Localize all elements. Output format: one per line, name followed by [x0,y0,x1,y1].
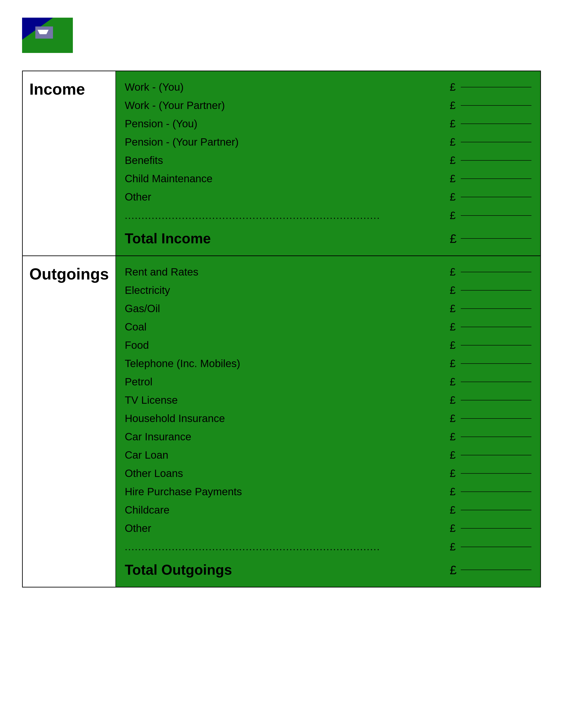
outgoings-item-line [461,308,531,309]
list-item: Other £ [125,519,531,537]
income-item-line [461,178,531,179]
outgoings-item-line [461,345,531,345]
outgoings-item-label: Car Loan [125,449,450,461]
outgoings-content-cell: Rent and Rates £ Electricity £ Gas/Oil £… [116,256,541,587]
outgoings-item-currency: £ [450,504,459,516]
list-item: Hire Purchase Payments £ [125,482,531,501]
outgoings-item-currency: £ [450,522,459,534]
outgoings-item-label: Electricity [125,284,450,296]
income-item-currency: £ [450,191,459,203]
outgoings-item-currency: £ [450,449,459,461]
income-item-currency: £ [450,99,459,111]
list-item: Pension - (You) £ [125,114,531,133]
income-dotted-line [461,215,531,216]
outgoings-item-label: Gas/Oil [125,302,450,315]
list-item: Food £ [125,336,531,354]
outgoings-item-label: Hire Purchase Payments [125,486,450,498]
outgoings-item-currency: £ [450,486,459,498]
outgoings-item-line [461,382,531,382]
income-item-currency: £ [450,81,459,93]
outgoings-total-currency: £ [450,563,459,577]
income-content-cell: Work - (You) £ Work - (Your Partner) £ P… [116,71,541,256]
income-dotted-row: ........................................… [125,206,531,225]
outgoings-item-label: Rent and Rates [125,266,450,278]
outgoings-item-label: Coal [125,321,450,333]
list-item: Benefits £ [125,151,531,169]
income-item-line [461,87,531,87]
outgoings-row: Outgoings Rent and Rates £ Electricity £… [23,256,541,587]
outgoings-item-line [461,363,531,364]
outgoings-dotted-currency: £ [450,541,459,553]
outgoings-item-line [461,492,531,492]
income-item-line [461,142,531,142]
outgoings-item-line [461,327,531,327]
list-item: Car Insurance £ [125,428,531,446]
income-section-label: Income [29,80,85,98]
income-item-currency: £ [450,136,459,148]
list-item: Child Maintenance £ [125,169,531,188]
income-item-label: Pension - (You) [125,118,450,130]
income-dotted-label: ........................................… [125,210,450,221]
outgoings-item-label: TV License [125,394,450,406]
outgoings-item-label: Food [125,339,450,351]
list-item: Telephone (Inc. Mobiles) £ [125,354,531,373]
list-item: Household Insurance £ [125,409,531,428]
logo-area [22,18,541,53]
outgoings-item-label: Car Insurance [125,431,450,443]
income-total-label: Total Income [125,230,450,247]
outgoings-item-line [461,473,531,474]
list-item: Gas/Oil £ [125,299,531,318]
outgoings-dotted-line [461,547,531,547]
list-item: Other £ [125,188,531,206]
outgoings-label-cell: Outgoings [23,256,116,587]
outgoings-item-label: Other Loans [125,467,450,479]
outgoings-item-currency: £ [450,339,459,351]
income-item-label: Child Maintenance [125,173,450,185]
list-item: TV License £ [125,391,531,409]
outgoings-item-currency: £ [450,431,459,443]
list-item: Car Loan £ [125,446,531,464]
income-item-label: Benefits [125,154,450,166]
outgoings-item-label: Other [125,522,450,534]
outgoings-item-label: Petrol [125,376,450,388]
outgoings-dotted-label: ........................................… [125,541,450,552]
outgoings-dotted-row: ........................................… [125,537,531,556]
income-total-row: Total Income £ [125,226,531,249]
outgoings-item-label: Household Insurance [125,412,450,424]
outgoings-item-line [461,510,531,510]
income-item-line [461,160,531,161]
list-item: Pension - (Your Partner) £ [125,133,531,151]
outgoings-item-currency: £ [450,412,459,424]
outgoings-total-row: Total Outgoings £ [125,557,531,580]
list-item: Rent and Rates £ [125,263,531,281]
outgoings-item-currency: £ [450,376,459,388]
income-item-line [461,105,531,106]
income-label-cell: Income [23,71,116,256]
outgoings-item-currency: £ [450,321,459,333]
outgoings-item-label: Telephone (Inc. Mobiles) [125,357,450,370]
income-item-label: Pension - (Your Partner) [125,136,450,148]
outgoings-item-currency: £ [450,394,459,406]
income-item-currency: £ [450,154,459,166]
income-total-currency: £ [450,231,459,246]
income-item-currency: £ [450,173,459,185]
income-item-currency: £ [450,118,459,130]
list-item: Other Loans £ [125,464,531,482]
list-item: Electricity £ [125,281,531,299]
outgoings-item-currency: £ [450,284,459,296]
outgoings-total-line [461,570,531,570]
logo [22,18,73,53]
outgoings-item-currency: £ [450,357,459,370]
income-item-label: Work - (Your Partner) [125,99,450,111]
outgoings-item-currency: £ [450,266,459,278]
outgoings-item-line [461,528,531,529]
list-item: Petrol £ [125,373,531,391]
outgoings-item-line [461,437,531,437]
outgoings-item-line [461,400,531,400]
list-item: Work - (Your Partner) £ [125,96,531,114]
income-item-label: Other [125,191,450,203]
income-item-line [461,124,531,124]
main-table: Income Work - (You) £ Work - (Your Partn… [22,71,541,587]
income-row: Income Work - (You) £ Work - (Your Partn… [23,71,541,256]
outgoings-item-line [461,290,531,291]
